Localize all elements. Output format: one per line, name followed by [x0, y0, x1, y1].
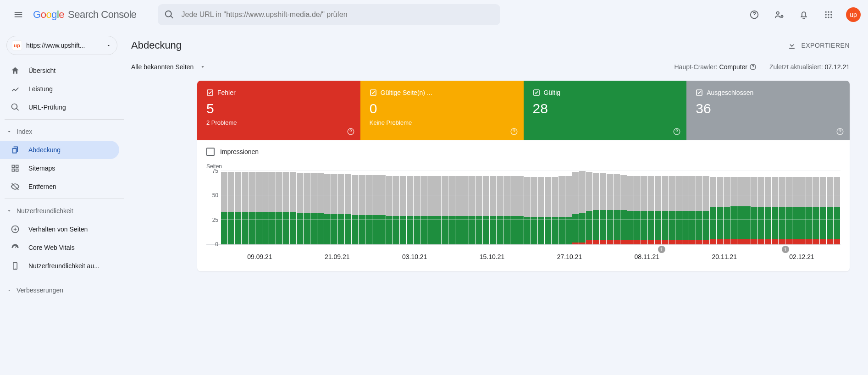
notifications-button[interactable] — [793, 4, 815, 26]
help-icon[interactable] — [510, 127, 518, 136]
chart-bar[interactable] — [455, 176, 462, 244]
chart-bar[interactable] — [249, 172, 255, 244]
nav-search[interactable]: URL-Prüfung — [0, 98, 119, 116]
chart-bar[interactable] — [730, 177, 737, 244]
chart-bar[interactable] — [352, 175, 358, 244]
chart-bar[interactable] — [338, 174, 344, 244]
chart-bar[interactable] — [497, 176, 503, 244]
section-index[interactable]: Index — [0, 122, 124, 141]
chart-bar[interactable] — [579, 171, 586, 244]
chart-bar[interactable] — [614, 174, 620, 244]
chart-bar[interactable] — [427, 176, 434, 244]
chart-bar[interactable] — [317, 173, 324, 244]
chart-bar[interactable] — [675, 176, 682, 244]
chart-bar[interactable] — [662, 176, 668, 244]
chart-bar[interactable] — [834, 177, 840, 244]
chart-bar[interactable] — [641, 176, 647, 244]
url-inspect-search[interactable] — [158, 4, 500, 25]
annotation-marker[interactable]: 1 — [782, 246, 789, 253]
chart-bar[interactable] — [627, 176, 634, 244]
chart-bar[interactable] — [400, 176, 406, 244]
chart-bar[interactable] — [813, 177, 819, 244]
status-tab-yellow[interactable]: Gültige Seite(n) ...0Keine Probleme — [360, 81, 524, 140]
status-tab-green[interactable]: Gültig28 — [524, 81, 687, 140]
nav-copy[interactable]: Abdeckung — [0, 141, 119, 159]
nav-trend[interactable]: Leistung — [0, 80, 119, 98]
status-tab-grey[interactable]: Ausgeschlossen36 — [686, 81, 850, 140]
chart-bar[interactable] — [469, 176, 475, 244]
nav-hide[interactable]: Entfernen — [0, 177, 119, 196]
url-inspect-input[interactable] — [181, 10, 494, 19]
nav-sitemap[interactable]: Sitemaps — [0, 159, 119, 177]
chart-bar[interactable] — [359, 175, 365, 244]
chart-bar[interactable] — [290, 172, 296, 244]
chart-bar[interactable] — [262, 172, 269, 244]
chart-bar[interactable] — [462, 176, 469, 244]
help-button[interactable] — [743, 4, 765, 26]
chart-bar[interactable] — [297, 173, 303, 244]
help-icon[interactable] — [347, 127, 355, 136]
chart-bar[interactable] — [545, 177, 551, 244]
chart-bar[interactable] — [510, 176, 517, 244]
chart-bar[interactable] — [737, 177, 744, 244]
chart-bar[interactable] — [221, 172, 227, 244]
chart-bar[interactable] — [531, 177, 537, 244]
chart-bar[interactable] — [620, 175, 627, 244]
chart-bar[interactable] — [283, 172, 289, 244]
section-enhancements[interactable]: Verbesserungen — [0, 281, 124, 299]
chart-bar[interactable] — [420, 176, 427, 244]
chart-bar[interactable] — [751, 177, 757, 244]
chart-bar[interactable] — [304, 173, 310, 244]
nav-plus[interactable]: Verhalten von Seiten — [0, 220, 119, 238]
chart-bar[interactable] — [724, 177, 730, 244]
chart-bar[interactable] — [758, 177, 764, 244]
chart-bar[interactable] — [483, 176, 489, 244]
nav-mobile[interactable]: Nutzerfreundlichkeit au... — [0, 257, 119, 275]
chart-bar[interactable] — [785, 177, 792, 244]
chart-bar[interactable] — [365, 175, 372, 244]
chart-bar[interactable] — [572, 172, 579, 244]
chart-bar[interactable] — [772, 177, 778, 244]
chart-bar[interactable] — [710, 177, 716, 244]
chart-bar[interactable] — [310, 173, 317, 244]
chart-bar[interactable] — [414, 176, 420, 244]
nav-home[interactable]: Übersicht — [0, 61, 119, 80]
export-button[interactable]: EXPORTIEREN — [787, 41, 850, 50]
chart-bar[interactable] — [503, 176, 510, 244]
apps-button[interactable] — [818, 4, 840, 26]
chart-bar[interactable] — [434, 176, 441, 244]
chart-bar[interactable] — [765, 177, 771, 244]
chart-bar[interactable] — [524, 177, 531, 244]
chart-bar[interactable] — [269, 172, 276, 244]
chart-bar[interactable] — [235, 172, 241, 244]
account-avatar[interactable]: up — [846, 7, 861, 22]
chart-bar[interactable] — [634, 176, 641, 244]
chart-bar[interactable] — [799, 177, 806, 244]
chart-bar[interactable] — [600, 173, 606, 244]
chart-bar[interactable] — [827, 177, 833, 244]
section-ux[interactable]: Nutzerfreundlichkeit — [0, 202, 124, 220]
chart-bar[interactable] — [372, 175, 379, 244]
impressions-checkbox[interactable] — [206, 148, 215, 156]
chart-bar[interactable] — [276, 172, 282, 244]
menu-button[interactable] — [7, 4, 29, 26]
chart-bar[interactable] — [379, 175, 386, 244]
chart-bar[interactable] — [669, 176, 675, 244]
chart-bar[interactable] — [717, 177, 723, 244]
property-selector[interactable]: up https://www.upshift... — [6, 36, 117, 55]
chart-bar[interactable] — [648, 176, 654, 244]
chart-bar[interactable] — [779, 177, 785, 244]
help-icon[interactable] — [673, 127, 681, 136]
help-icon[interactable] — [836, 127, 844, 136]
chart-bar[interactable] — [324, 174, 331, 244]
chart-bar[interactable] — [538, 177, 544, 244]
chart-bar[interactable] — [703, 176, 709, 244]
chart-bar[interactable] — [393, 176, 399, 244]
chart-bar[interactable] — [442, 176, 448, 244]
chart-bar[interactable] — [476, 176, 482, 244]
chart-bar[interactable] — [490, 176, 496, 244]
chart-bar[interactable] — [792, 177, 799, 244]
chart-bar[interactable] — [806, 177, 813, 244]
chart-bar[interactable] — [696, 176, 702, 244]
annotation-marker[interactable]: 1 — [658, 246, 665, 253]
